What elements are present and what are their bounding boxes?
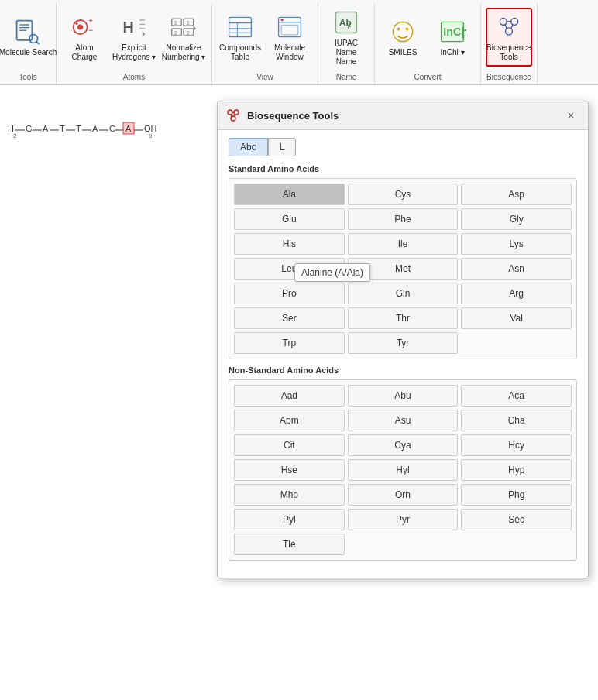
aa-btn-glu[interactable]: Glu [234,208,345,230]
ns-aa-btn-hyp[interactable]: Hyp [461,459,572,481]
toolbar-group-convert: SMILES InCh InChi ▾ Convert [375,3,481,84]
molecule-search-button[interactable]: Molecule Search [5,10,51,64]
smiles-button[interactable]: SMILES [380,10,426,64]
svg-text:H: H [123,19,134,36]
svg-line-48 [511,24,514,28]
compounds-table-label: CompoundsTable [219,43,261,62]
main-toolbar: Molecule Search Tools + − AtomCharge [0,0,598,85]
aa-btn-ala[interactable]: Ala [234,184,345,205]
nonstandard-amino-acids-grid: AadAbuAcaApmAsuChaCitCyaHcyHseHylHypMhpO… [229,379,577,561]
molecule-window-label: MoleculeWindow [274,43,305,62]
ns-aa-btn-pyl[interactable]: Pyl [234,509,345,530]
nonstandard-aa-label: Non-Standard Amino Acids [229,365,577,375]
ns-aa-btn-tle[interactable]: Tle [234,534,345,555]
l-mode-toggle[interactable]: L [268,138,297,156]
aa-btn-met[interactable]: Met [348,258,459,280]
svg-marker-24 [194,26,197,31]
mode-toggle-group: Abc L [229,138,577,156]
aa-btn-trp[interactable]: Trp [234,332,345,354]
dialog-body: Abc L Standard Amino Acids AlaCysAspGluP… [218,130,588,578]
molecule-search-icon [13,17,43,46]
ns-aa-btn-aca[interactable]: Aca [461,385,572,407]
svg-point-44 [511,18,518,25]
svg-text:2: 2 [13,132,17,139]
iupac-icon: Ab c [332,8,361,37]
ns-aa-btn-hcy[interactable]: Hcy [461,434,572,456]
svg-point-32 [280,19,284,22]
ns-aa-btn-sec[interactable]: Sec [461,509,572,530]
svg-text:2: 2 [174,29,177,36]
aa-btn-tyr[interactable]: Tyr [348,332,459,354]
dialog-close-button[interactable]: × [562,106,580,125]
svg-line-5 [36,42,40,45]
compounds-table-button[interactable]: CompoundsTable [217,9,263,66]
inchi-icon: InCh [438,17,467,46]
svg-line-47 [505,24,507,28]
aa-btn-thr[interactable]: Thr [348,307,459,329]
ns-aa-btn-hse[interactable]: Hse [234,459,345,481]
svg-text:c: c [348,24,351,31]
svg-text:G: G [26,124,33,133]
compounds-table-icon [225,12,255,42]
aa-btn-his[interactable]: His [234,233,345,255]
biosequence-tools-label: BiosequenceTools [486,43,531,62]
svg-text:A: A [125,124,132,133]
ns-aa-btn-apm[interactable]: Apm [234,410,345,431]
ns-aa-btn-phg[interactable]: Phg [461,484,572,506]
svg-rect-25 [229,17,252,36]
toolbar-group-view: CompoundsTable MoleculeWindow View [212,3,318,84]
inchi-button[interactable]: InCh InChi ▾ [429,10,476,64]
atoms-group-label: Atoms [123,71,145,84]
svg-text:A: A [43,124,49,133]
aa-btn-asn[interactable]: Asn [461,258,572,280]
aa-btn-arg[interactable]: Arg [461,283,572,304]
ns-aa-btn-orn[interactable]: Orn [348,484,459,506]
biosequence-tools-button[interactable]: BiosequenceTools [486,8,532,67]
atom-charge-button[interactable]: + − AtomCharge [61,9,108,66]
aa-btn-leu[interactable]: Leu [234,258,345,280]
ns-aa-btn-abu[interactable]: Abu [348,385,459,407]
molecule-search-label: Molecule Search [0,48,57,57]
aa-btn-gly[interactable]: Gly [461,208,572,230]
toolbar-group-name: Ab c IUPACNameName Name [318,3,375,84]
molecule-window-button[interactable]: MoleculeWindow [266,9,313,66]
molecule-canvas: H G A T T A C A OH 2 9 [8,108,225,170]
explicit-h-icon: H [119,12,149,42]
view-group-label: View [256,71,273,84]
aa-btn-phe[interactable]: Phe [348,208,459,230]
svg-point-45 [506,28,513,35]
aa-btn-lys[interactable]: Lys [461,233,572,255]
svg-text:A: A [92,124,98,133]
svg-text:−: − [88,26,92,34]
ns-aa-btn-cha[interactable]: Cha [461,410,572,431]
ns-aa-btn-pyr[interactable]: Pyr [348,509,459,530]
ns-aa-btn-cya[interactable]: Cya [348,434,459,456]
atom-charge-icon: + − [70,12,99,42]
aa-btn-cys[interactable]: Cys [348,184,459,205]
ns-aa-btn-asu[interactable]: Asu [348,410,459,431]
svg-text:1: 1 [187,19,191,26]
ns-aa-btn-aad[interactable]: Aad [234,385,345,407]
iupac-name-button[interactable]: Ab c IUPACNameName [323,4,369,70]
ns-aa-btn-mhp[interactable]: Mhp [234,484,345,506]
normalize-numbering-button[interactable]: 1 1 2 2 NormalizeNumbering ▾ [160,9,207,66]
convert-group-label: Convert [414,71,441,84]
aa-btn-gln[interactable]: Gln [348,283,459,304]
svg-text:2: 2 [187,29,191,36]
ns-aa-btn-cit[interactable]: Cit [234,434,345,456]
abc-mode-toggle[interactable]: Abc [229,138,268,156]
dialog-title-icon [225,108,241,123]
svg-rect-33 [281,25,298,35]
aa-btn-asp[interactable]: Asp [461,184,572,205]
explicit-hydrogens-button[interactable]: H ExplicitHydrogens ▾ [111,9,157,66]
aa-btn-ile[interactable]: Ile [348,233,459,255]
aa-btn-pro[interactable]: Pro [234,283,345,304]
name-group-label: Name [336,71,357,84]
svg-point-43 [500,18,507,25]
biosequence-tools-dialog: Biosequence Tools × Abc L Standard Amino… [217,101,589,578]
aa-btn-val[interactable]: Val [461,307,572,329]
ns-aa-btn-hyl[interactable]: Hyl [348,459,459,481]
aa-btn-ser[interactable]: Ser [234,307,345,329]
smiles-icon [388,17,418,46]
smiles-label: SMILES [389,48,418,57]
